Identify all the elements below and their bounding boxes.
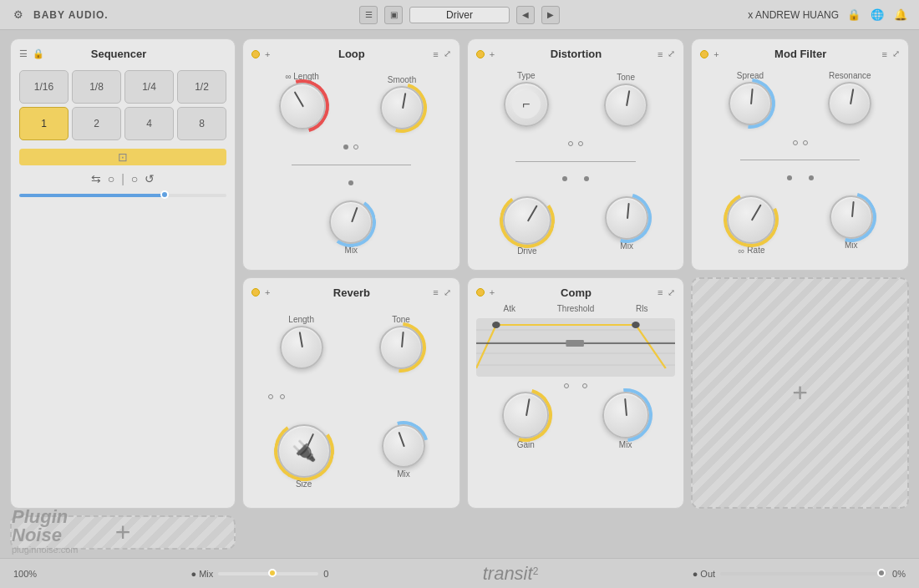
loop-active-dot[interactable] bbox=[251, 50, 260, 58]
comp-active-dot[interactable] bbox=[476, 288, 485, 297]
dist-plus-icon[interactable]: + bbox=[490, 49, 495, 59]
dist-expand-icon[interactable]: ⤢ bbox=[668, 48, 675, 59]
comp-threshold-label: Threshold bbox=[557, 304, 594, 313]
connector-dot2 bbox=[353, 144, 358, 150]
seq-cell-4[interactable]: 4 bbox=[124, 107, 174, 140]
save-button[interactable]: ▣ bbox=[384, 6, 403, 24]
bell-icon[interactable]: 🔔 bbox=[892, 7, 909, 23]
seq-cell-8[interactable]: 8 bbox=[177, 107, 226, 140]
reverb-tone-knob[interactable] bbox=[379, 326, 423, 369]
mod-spread-knob[interactable] bbox=[729, 82, 772, 125]
loop-title: Loop bbox=[338, 48, 365, 60]
dist-drive-knob[interactable] bbox=[503, 196, 551, 245]
comp-menu-icon[interactable]: ≡ bbox=[658, 287, 663, 297]
dist-dot2 bbox=[578, 141, 583, 146]
nav-next-button[interactable]: ▶ bbox=[541, 6, 560, 24]
reverb-expand-icon[interactable]: ⤢ bbox=[444, 287, 451, 298]
mod-active-dot[interactable] bbox=[700, 50, 708, 58]
dist-type-knob[interactable]: ⌐ bbox=[504, 82, 549, 127]
empty-panel-1[interactable]: + bbox=[691, 277, 909, 509]
loop-mix-knob[interactable] bbox=[329, 200, 373, 244]
svg-rect-7 bbox=[566, 340, 583, 347]
watermark-url: pluginnoise.com bbox=[12, 545, 79, 555]
comp-mix-knob[interactable] bbox=[602, 392, 649, 438]
loop-menu-icon[interactable]: ≡ bbox=[433, 49, 438, 59]
sequencer-slider[interactable] bbox=[19, 194, 226, 197]
reverb-plus-icon[interactable]: + bbox=[265, 287, 270, 297]
comp-gain-knob[interactable] bbox=[502, 392, 549, 438]
reverb-size-knob[interactable]: 🔌 bbox=[277, 424, 331, 478]
reverb-menu-icon[interactable]: ≡ bbox=[433, 287, 438, 297]
mod-menu-icon[interactable]: ≡ bbox=[882, 49, 887, 59]
loop-plus-icon[interactable]: + bbox=[265, 49, 270, 59]
reverb-panel: + Reverb ≡ ⤢ Length Tone bbox=[242, 277, 460, 509]
mix-label: ● Mix bbox=[190, 569, 213, 579]
dist-mix-knob[interactable] bbox=[605, 196, 648, 240]
mod-link-icon: ∞ bbox=[739, 246, 745, 256]
loop-mix-group: Mix bbox=[329, 200, 373, 255]
comp-expand-icon[interactable]: ⤢ bbox=[668, 287, 675, 298]
connector-dot1 bbox=[343, 144, 348, 150]
seq-cell-14[interactable]: 1/4 bbox=[124, 70, 174, 104]
comp-plus-icon[interactable]: + bbox=[490, 287, 495, 297]
seq-cell-18[interactable]: 1/8 bbox=[72, 70, 121, 104]
mod-title: Mod Filter bbox=[774, 48, 826, 60]
reverb-length-knob[interactable] bbox=[280, 326, 323, 369]
mod-mix-group: Mix bbox=[830, 195, 873, 256]
brand-sup: 2 bbox=[533, 565, 539, 576]
lock-icon[interactable]: 🔒 bbox=[845, 7, 862, 23]
sequencer-header-left: ☰ 🔒 bbox=[19, 48, 44, 59]
out-slider-thumb bbox=[877, 569, 886, 577]
dist-tone-knob[interactable] bbox=[604, 84, 647, 127]
list-view-button[interactable]: ☰ bbox=[359, 6, 378, 24]
sequencer-progress[interactable]: ⊡ bbox=[19, 149, 226, 165]
reverb-active-dot[interactable] bbox=[251, 288, 260, 297]
sequencer-menu-icon[interactable]: ☰ bbox=[19, 48, 28, 59]
seq-cell-12[interactable]: 1/2 bbox=[177, 70, 226, 104]
mix-slider[interactable] bbox=[218, 572, 318, 575]
user-label: x ANDREW HUANG bbox=[748, 9, 839, 21]
dist-tone-label: Tone bbox=[617, 73, 635, 82]
mix-slider-thumb bbox=[268, 569, 277, 577]
mod-rate-knob[interactable] bbox=[727, 195, 775, 244]
dist-active-dot[interactable] bbox=[476, 50, 485, 58]
reverb-header-left: + bbox=[251, 287, 270, 297]
globe-icon[interactable]: 🌐 bbox=[869, 7, 886, 23]
dist-menu-icon[interactable]: ≡ bbox=[658, 49, 663, 59]
gear-icon[interactable]: ⚙ bbox=[10, 7, 27, 23]
svg-point-5 bbox=[492, 322, 500, 328]
sequencer-grid: 1/16 1/8 1/4 1/2 1 2 4 8 bbox=[19, 70, 226, 140]
brand-label: BABY AUDIO. bbox=[33, 9, 109, 21]
reverb-mix-knob[interactable] bbox=[382, 424, 425, 468]
out-slider[interactable] bbox=[720, 572, 887, 575]
comp-header-left: + bbox=[476, 287, 495, 297]
seq-cell-116[interactable]: 1/16 bbox=[19, 70, 69, 104]
reverb-size-group: 🔌 Size bbox=[277, 424, 331, 489]
dist-header-left: + bbox=[476, 49, 495, 59]
mod-resonance-group: Resonance bbox=[828, 71, 871, 125]
seq-cell-1[interactable]: 1 bbox=[19, 107, 69, 140]
loop-header-right: ≡ ⤢ bbox=[433, 48, 450, 59]
preset-title[interactable]: Driver bbox=[409, 7, 510, 23]
seq-repeat-icon[interactable]: ↺ bbox=[145, 172, 155, 185]
seq-cell-2[interactable]: 2 bbox=[72, 107, 121, 140]
nav-prev-button[interactable]: ◀ bbox=[516, 6, 535, 24]
mod-plus-icon[interactable]: + bbox=[713, 49, 718, 59]
seq-loop-icon[interactable]: ⇆ bbox=[91, 172, 101, 185]
mod-resonance-knob[interactable] bbox=[828, 82, 871, 125]
loop-expand-icon[interactable]: ⤢ bbox=[444, 48, 451, 59]
comp-envelope[interactable] bbox=[476, 318, 676, 377]
mod-expand-icon[interactable]: ⤢ bbox=[892, 48, 900, 59]
out-label: ● Out bbox=[693, 569, 715, 579]
loop-smooth-knob[interactable] bbox=[380, 86, 424, 129]
distortion-panel: + Distortion ≡ ⤢ Type ⌐ Tone bbox=[467, 38, 685, 271]
reverb-dot2 bbox=[280, 394, 285, 399]
connector-dot3 bbox=[348, 180, 353, 185]
loop-length-knob[interactable] bbox=[279, 83, 326, 129]
comp-header: + Comp ≡ ⤢ bbox=[476, 286, 676, 299]
dist-type-icon: ⌐ bbox=[522, 97, 530, 112]
sequencer-lock-icon[interactable]: 🔒 bbox=[33, 48, 44, 59]
loop-connector-line bbox=[292, 165, 411, 165]
mod-header: + Mod Filter ≡ ⤢ bbox=[700, 48, 900, 60]
mod-mix-knob[interactable] bbox=[830, 195, 873, 239]
